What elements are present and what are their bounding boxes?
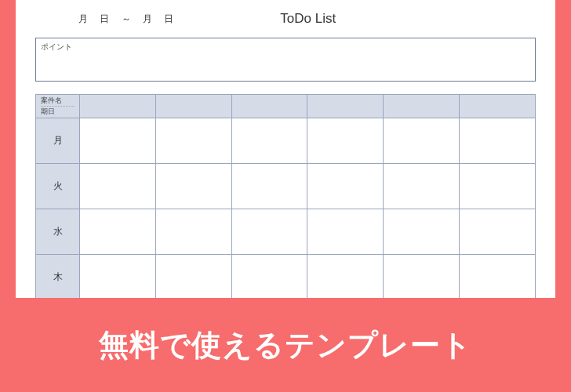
corner-header: 案件名 期日 [36, 95, 80, 118]
grid-cell [155, 254, 231, 298]
grid-cell [231, 163, 307, 209]
column-header [460, 95, 536, 118]
grid-cell [80, 163, 156, 209]
corner-header-line1: 案件名 [41, 96, 75, 105]
grid-cell [460, 163, 536, 209]
grid-header-row: 案件名 期日 [36, 95, 536, 118]
grid-cell [384, 163, 460, 209]
corner-header-line2: 期日 [41, 106, 75, 116]
grid-cell [231, 209, 307, 254]
day-row: 火 [36, 163, 536, 209]
day-label: 火 [36, 163, 80, 209]
grid-cell [307, 209, 384, 254]
todo-grid: 案件名 期日 月 火 [35, 94, 536, 298]
promo-banner: 無料で使えるテンプレート [0, 298, 571, 392]
grid-cell [384, 118, 460, 163]
grid-cell [155, 118, 231, 163]
day-row: 月 [36, 118, 536, 163]
grid-cell [384, 254, 460, 298]
grid-cell [460, 118, 536, 163]
grid-cell [155, 163, 231, 209]
point-label: ポイント [41, 42, 530, 53]
day-row: 水 [36, 209, 536, 254]
document-container: 月 日 ～ 月 日 ToDo List ポイント 案件名 期日 月 [16, 0, 555, 298]
grid-cell [80, 254, 156, 298]
column-header [155, 95, 231, 118]
grid-cell [307, 163, 384, 209]
grid-cell [80, 118, 156, 163]
column-header [231, 95, 307, 118]
grid-cell [460, 254, 536, 298]
date-range-label: 月 日 ～ 月 日 [78, 13, 178, 26]
column-header [307, 95, 384, 118]
day-label: 水 [36, 209, 80, 254]
grid-cell [155, 209, 231, 254]
grid-cell [307, 254, 384, 298]
document-header: 月 日 ～ 月 日 ToDo List [35, 11, 536, 27]
grid-cell [384, 209, 460, 254]
grid-cell [231, 118, 307, 163]
column-header [80, 95, 156, 118]
grid-cell [307, 118, 384, 163]
grid-cell [80, 209, 156, 254]
point-box: ポイント [35, 38, 536, 82]
day-label: 月 [36, 118, 80, 163]
column-header [384, 95, 460, 118]
page-title: ToDo List [280, 11, 336, 27]
banner-text: 無料で使えるテンプレート [99, 325, 472, 365]
day-label: 木 [36, 254, 80, 298]
grid-cell [231, 254, 307, 298]
grid-cell [460, 209, 536, 254]
day-row: 木 [36, 254, 536, 298]
